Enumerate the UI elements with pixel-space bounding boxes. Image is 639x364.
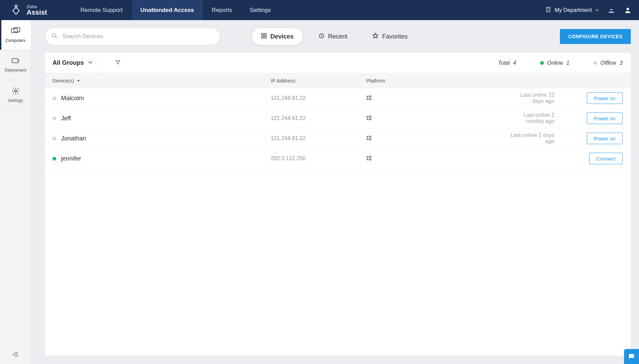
sidebar-item-settings[interactable]: Settings	[0, 80, 31, 110]
windows-icon	[366, 155, 509, 162]
chevron-down-icon	[88, 59, 93, 66]
device-last-seen: Last online 22 days ago	[509, 92, 554, 104]
topnav-tabs: Remote SupportUnattended AccessReportsSe…	[72, 0, 280, 20]
offline-dot-icon	[53, 96, 56, 100]
topnav-tab-remote-support[interactable]: Remote Support	[72, 0, 132, 20]
device-ip: 121.244.91.22	[271, 115, 366, 121]
online-dot-icon	[53, 157, 56, 161]
sort-desc-icon	[77, 78, 80, 84]
svg-point-6	[15, 90, 17, 92]
offline-dot-icon	[593, 61, 597, 65]
table-header: Device(s) IP Address Platform	[45, 73, 631, 88]
svg-rect-22	[369, 136, 371, 138]
device-name: Jonathan	[61, 135, 86, 142]
toolbar: DevicesRecentFavorites CONFIGURE DEVICES	[45, 28, 631, 45]
column-platform[interactable]: Platform	[366, 78, 509, 84]
download-button[interactable]	[608, 6, 615, 14]
svg-rect-1	[546, 7, 550, 12]
svg-rect-14	[369, 95, 371, 97]
svg-rect-18	[369, 116, 371, 118]
view-pill-label: Devices	[270, 33, 294, 40]
deploy-icon	[11, 57, 20, 66]
device-ip: 202.0.112.250	[271, 155, 366, 162]
view-pill-recent[interactable]: Recent	[310, 28, 356, 45]
device-row[interactable]: Jonathan121.244.91.22Last online 2 days …	[45, 128, 631, 149]
svg-rect-17	[367, 116, 369, 118]
sidebar-item-computers[interactable]: Computers	[0, 20, 31, 50]
svg-rect-16	[369, 98, 371, 100]
windows-icon	[366, 135, 509, 142]
top-nav: Zoho Assist Remote SupportUnattended Acc…	[0, 0, 639, 20]
product-name-label: Assist	[27, 9, 47, 16]
device-last-seen: Last online 2 days ago	[509, 132, 554, 145]
offline-dot-icon	[53, 137, 56, 140]
stat-total: Total 4	[498, 60, 516, 66]
topnav-tab-settings[interactable]: Settings	[241, 0, 279, 20]
device-action-button[interactable]: Power on	[587, 92, 623, 104]
device-name: Malcolm	[61, 95, 84, 102]
groups-picker[interactable]: All Groups	[53, 59, 93, 66]
stat-offline: Offline 3	[593, 60, 623, 66]
sidebar-item-label: Settings	[8, 98, 23, 103]
search-wrap	[45, 28, 220, 45]
topnav-right: My Department	[545, 6, 639, 14]
table-body: Malcolm121.244.91.22Last online 22 days …	[45, 88, 631, 169]
svg-rect-9	[265, 33, 266, 35]
gear-icon	[12, 87, 20, 96]
svg-rect-27	[367, 158, 369, 160]
windows-icon	[366, 115, 509, 122]
device-ip: 121.244.91.22	[271, 95, 366, 101]
svg-rect-28	[369, 158, 371, 161]
device-last-seen: Last online 2 months ago	[509, 112, 554, 124]
topnav-tab-unattended-access[interactable]: Unattended Access	[132, 0, 203, 20]
svg-rect-11	[265, 36, 266, 38]
device-name: jennifer	[61, 155, 81, 162]
column-devices[interactable]: Device(s)	[53, 78, 271, 84]
online-dot-icon	[540, 61, 544, 65]
column-ip[interactable]: IP Address	[271, 78, 366, 84]
svg-rect-13	[367, 96, 369, 97]
profile-button[interactable]	[624, 6, 631, 14]
stat-online: Online 1	[540, 60, 569, 66]
device-row[interactable]: jennifer202.0.112.250Connect	[45, 149, 631, 169]
main-area: DevicesRecentFavorites CONFIGURE DEVICES…	[31, 20, 639, 364]
star-icon	[372, 32, 379, 41]
assist-logo-icon	[10, 4, 23, 17]
filter-button[interactable]	[112, 59, 121, 66]
grid-icon	[261, 33, 267, 41]
panel-header: All Groups Total 4 Online	[45, 53, 631, 73]
svg-rect-8	[262, 33, 263, 35]
view-pill-devices[interactable]: Devices	[252, 28, 303, 45]
svg-rect-10	[262, 36, 263, 38]
view-pill-favorites[interactable]: Favorites	[363, 28, 416, 45]
configure-devices-button[interactable]: CONFIGURE DEVICES	[560, 29, 631, 44]
device-name: Jeff	[61, 115, 71, 122]
svg-rect-21	[367, 136, 369, 138]
device-row[interactable]: Jeff121.244.91.22Last online 2 months ag…	[45, 108, 631, 128]
topnav-tab-reports[interactable]: Reports	[203, 0, 241, 20]
device-action-button[interactable]: Connect	[589, 153, 623, 164]
device-action-button[interactable]: Power on	[587, 133, 623, 144]
left-sidebar: ComputersDeploymentSettings	[0, 20, 31, 364]
department-picker[interactable]: My Department	[545, 6, 599, 14]
monitors-icon	[11, 27, 20, 36]
view-pill-label: Recent	[328, 33, 347, 40]
collapse-sidebar-button[interactable]	[0, 345, 31, 364]
svg-rect-24	[369, 138, 371, 140]
chat-fab[interactable]	[624, 349, 639, 364]
svg-rect-5	[12, 59, 18, 63]
device-ip: 121.244.91.22	[271, 135, 366, 141]
view-pills: DevicesRecentFavorites	[252, 28, 416, 45]
svg-point-2	[626, 7, 629, 10]
view-pill-label: Favorites	[382, 33, 407, 40]
device-row[interactable]: Malcolm121.244.91.22Last online 22 days …	[45, 88, 631, 108]
building-icon	[545, 6, 551, 14]
device-action-button[interactable]: Power on	[587, 112, 623, 124]
search-input[interactable]	[45, 28, 220, 45]
caret-down-icon	[595, 7, 599, 13]
search-icon	[51, 33, 58, 41]
svg-rect-20	[369, 118, 371, 120]
svg-rect-25	[367, 156, 369, 158]
sidebar-item-deployment[interactable]: Deployment	[0, 50, 31, 80]
sidebar-item-label: Deployment	[4, 68, 26, 73]
